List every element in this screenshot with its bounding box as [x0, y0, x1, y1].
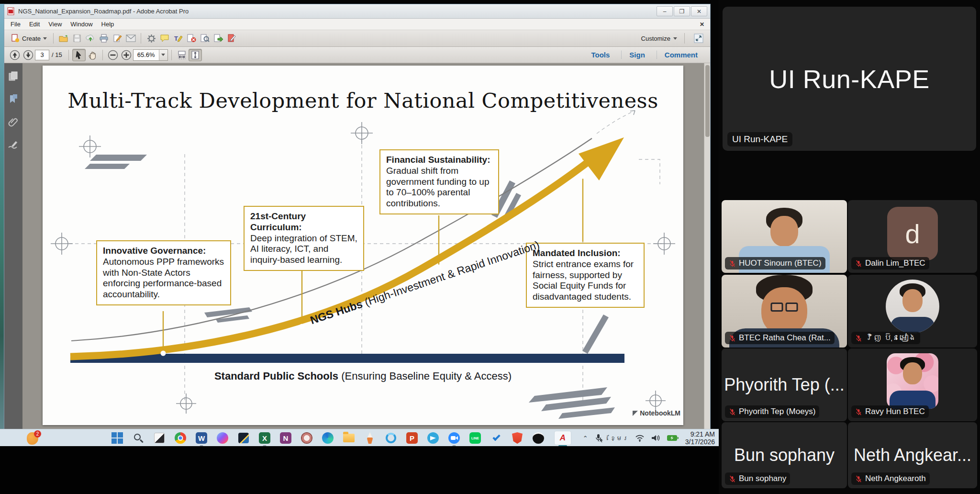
line-button[interactable]: LINE: [469, 432, 481, 444]
document-area[interactable]: Multi-Track Development for National Com…: [22, 63, 710, 431]
rocket-app-button[interactable]: [364, 432, 376, 444]
edge-button[interactable]: [322, 432, 334, 444]
powerpoint-button[interactable]: P: [406, 432, 418, 444]
export-document-icon[interactable]: [212, 32, 225, 45]
chrome-button[interactable]: [174, 432, 187, 444]
callout-heading: Financial Sustainability:: [386, 155, 492, 166]
media-app-button[interactable]: [237, 432, 250, 444]
page-number-input[interactable]: [35, 50, 49, 60]
snip-app-button[interactable]: [153, 432, 166, 444]
art-app-icon: [301, 432, 312, 444]
art-app-button[interactable]: [301, 432, 313, 444]
excel-button[interactable]: X: [258, 432, 271, 444]
open-button[interactable]: [57, 32, 70, 45]
attachments-icon[interactable]: [8, 117, 19, 127]
preferences-gear-icon[interactable]: [145, 32, 158, 45]
maximize-button[interactable]: ❐: [674, 6, 690, 16]
select-tool-button[interactable]: [72, 49, 86, 61]
page-thumbnails-icon[interactable]: [8, 71, 19, 81]
edge-icon: [322, 432, 334, 444]
comment-panel-button[interactable]: Comment: [657, 51, 705, 59]
scrolling-mode-button[interactable]: [175, 49, 189, 61]
callout-heading: Mandated Inclusion:: [533, 248, 638, 259]
brave-button[interactable]: [511, 432, 523, 444]
folder-icon: [343, 434, 355, 442]
print-button[interactable]: [97, 32, 111, 45]
save-button[interactable]: [70, 32, 84, 45]
document-close-icon[interactable]: ✕: [696, 21, 708, 28]
hidden-icons-chevron[interactable]: ⌃: [583, 435, 588, 442]
comment-bubble-icon[interactable]: [158, 32, 171, 45]
next-page-button[interactable]: [22, 49, 35, 61]
language-indicator[interactable]: ខ្មែរ: [610, 435, 629, 442]
menu-window[interactable]: Window: [66, 19, 97, 29]
copilot-button[interactable]: [216, 432, 229, 444]
email-button[interactable]: [124, 32, 137, 45]
taskbar: 2 W X N P LINE A: [0, 429, 719, 446]
copilot-icon: [217, 432, 228, 444]
customize-button[interactable]: Customize: [641, 35, 677, 42]
clock[interactable]: 9:21 AM 3/17/2026: [685, 430, 715, 446]
participant-tile-bun[interactable]: Bun sophany Bun sophany: [722, 422, 847, 488]
volume-icon[interactable]: [651, 434, 660, 442]
redact-delete-icon[interactable]: [185, 32, 198, 45]
zoom-app-button[interactable]: [448, 432, 460, 444]
start-button[interactable]: [111, 432, 123, 444]
sign-edit-button[interactable]: [111, 32, 124, 45]
telegram-button[interactable]: [427, 432, 439, 444]
signatures-icon[interactable]: [8, 140, 19, 149]
word-button[interactable]: W: [195, 432, 208, 444]
wifi-icon[interactable]: [635, 434, 645, 442]
create-icon: [11, 34, 20, 43]
zoom-out-button[interactable]: [106, 49, 120, 61]
active-speaker-tile[interactable]: UI Run-KAPE UI Run-KAPE: [723, 7, 976, 151]
participant-tile-khmer[interactable]: វិញ ប៊ុនអៀង: [848, 275, 977, 348]
participant-name-label: Dalin Lim_BTEC: [851, 257, 929, 269]
muted-mic-icon: [855, 475, 862, 483]
microphone-tray-icon[interactable]: [594, 434, 604, 442]
participant-tile-neth[interactable]: Neth Angkear... Neth Angkearoth: [848, 422, 977, 488]
tools-panel-button[interactable]: Tools: [583, 51, 617, 59]
close-button[interactable]: ✕: [691, 6, 707, 16]
sign-panel-button[interactable]: Sign: [621, 51, 653, 59]
previous-page-button[interactable]: [8, 49, 22, 61]
notification-app-icon[interactable]: 2: [27, 431, 40, 445]
notebooklm-watermark: NotebookLM: [633, 409, 680, 417]
menu-edit[interactable]: Edit: [25, 19, 44, 29]
minimize-button[interactable]: –: [657, 6, 673, 16]
sync-app-button[interactable]: [385, 432, 397, 444]
highlight-text-icon[interactable]: T: [171, 32, 185, 45]
create-button[interactable]: Create: [8, 32, 50, 45]
hand-tool-button[interactable]: [86, 49, 99, 61]
callout-body: Autonomous PPP frameworks with Non-State…: [103, 257, 224, 300]
menu-file[interactable]: File: [6, 19, 25, 29]
acrobat-taskbar-button[interactable]: A: [553, 432, 572, 444]
music-app-button[interactable]: [532, 432, 545, 444]
file-explorer-button[interactable]: [343, 432, 355, 444]
battery-icon[interactable]: [667, 434, 679, 442]
fit-page-button[interactable]: [189, 49, 202, 61]
participant-tile-dalin[interactable]: d Dalin Lim_BTEC: [848, 200, 977, 273]
onenote-button[interactable]: N: [279, 432, 292, 444]
zoom-level-select[interactable]: 65.6%: [133, 49, 168, 61]
upload-cloud-button[interactable]: [84, 32, 97, 45]
scrollbar-thumb[interactable]: [705, 65, 710, 137]
expand-panels-icon[interactable]: [692, 32, 705, 45]
participant-tile-huot[interactable]: HUOT Sinourn (BTEC): [722, 200, 847, 273]
menu-view[interactable]: View: [44, 19, 66, 29]
pdf-page: Multi-Track Development for National Com…: [43, 66, 683, 425]
participant-tile-ravy[interactable]: Ravy Hun BTEC: [848, 348, 977, 421]
fill-sign-icon[interactable]: [225, 32, 238, 45]
todo-app-button[interactable]: [490, 432, 502, 444]
vertical-scrollbar[interactable]: [704, 63, 710, 431]
bookmarks-icon[interactable]: [9, 94, 18, 104]
participant-tile-ratha[interactable]: BTEC Ratha Chea (Rat...: [722, 275, 847, 348]
zoom-in-button[interactable]: [120, 49, 133, 61]
svg-text:T: T: [174, 35, 178, 42]
callout-financial-sustainability: Financial Sustainability: Gradual shift …: [379, 149, 499, 214]
participant-tile-phyorith[interactable]: Phyorith Tep (... Phyorith Tep (Moeys): [722, 348, 847, 421]
search-button[interactable]: [132, 432, 145, 444]
menu-help[interactable]: Help: [97, 19, 119, 29]
search-document-icon[interactable]: [198, 32, 212, 45]
participant-name-label: Ravy Hun BTEC: [851, 405, 929, 418]
